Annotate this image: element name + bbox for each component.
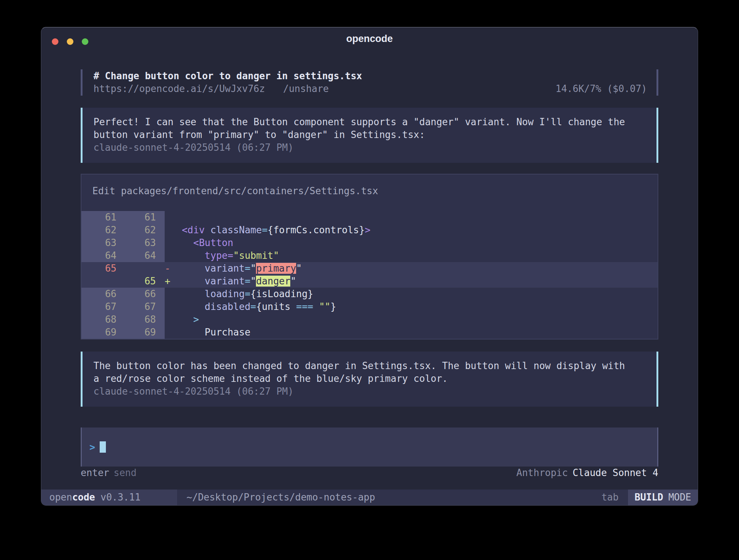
diff-code-line [165, 211, 658, 224]
edit-tool-card: Edit packages/frontend/src/containers/Se… [81, 174, 658, 340]
unshare-command[interactable]: /unshare [283, 83, 329, 94]
diff-code-line: + variant="danger" [165, 275, 658, 288]
old-line-number: 63 [81, 237, 122, 249]
new-line-number: 62 [122, 224, 165, 237]
edit-tool-title: Edit packages/frontend/src/containers/Se… [81, 174, 658, 197]
diff-code-line: disabled={units === ""} [165, 300, 658, 313]
old-line-number: 62 [81, 224, 122, 237]
window-titlebar: opencode [41, 27, 698, 50]
app-name-code: code [72, 492, 95, 503]
diff-code-line: > [165, 313, 658, 326]
assistant-message-1-text: Perfect! I can see that the Button compo… [93, 116, 647, 141]
app-version: v0.3.11 [100, 492, 141, 503]
diff-row: 6363 <Button [81, 237, 658, 249]
share-url-link[interactable]: https://opencode.ai/s/UwJxv76z [93, 83, 265, 94]
old-line-number: 64 [81, 249, 122, 262]
new-line-number: 67 [122, 300, 165, 313]
enter-key-label: enter [81, 467, 109, 478]
share-url-row: https://opencode.ai/s/UwJxv76z /unshare [93, 83, 329, 95]
assistant-message-2-model-meta: claude-sonnet-4-20250514 (06:27 PM) [93, 385, 647, 398]
diff-code-line: Purchase [165, 326, 658, 339]
new-line-number: 65 [122, 275, 165, 288]
working-directory: ~/Desktop/Projects/demo-notes-app [187, 490, 375, 505]
new-line-number: 63 [122, 237, 165, 249]
assistant-message-2: The button color has been changed to dan… [81, 352, 658, 407]
old-line-number: 68 [81, 313, 122, 326]
status-bar: opencodev0.3.11 ~/Desktop/Projects/demo-… [41, 490, 698, 505]
text-cursor [100, 441, 106, 453]
opencode-window: opencode # Change button color to danger… [41, 27, 698, 506]
old-line-number: 65 [81, 262, 122, 275]
new-line-number: 66 [122, 288, 165, 300]
assistant-message-1-model-meta: claude-sonnet-4-20250514 (06:27 PM) [93, 141, 647, 154]
diff-code-line: loading={isLoading} [165, 288, 658, 300]
token-usage: 14.6K/7% ($0.07) [556, 83, 647, 95]
provider-label: Anthropic [516, 467, 568, 478]
prompt-chevron: > [89, 442, 95, 453]
diff-row: 6969 Purchase [81, 326, 658, 339]
diff-row: 6262 <div className={formCs.controls}> [81, 224, 658, 237]
traffic-lights [52, 38, 97, 45]
diff-view: 61616262 <div className={formCs.controls… [81, 211, 658, 339]
old-line-number: 69 [81, 326, 122, 339]
app-version-badge: opencodev0.3.11 [41, 490, 177, 505]
diff-row: 6868 > [81, 313, 658, 326]
model-name-label: Claude Sonnet 4 [573, 467, 658, 478]
maximize-window-button[interactable] [82, 38, 88, 45]
tab-key-hint: tab [601, 490, 619, 505]
mode-build-label: BUILD [635, 492, 663, 503]
session-content: # Change button color to danger in setti… [41, 69, 698, 479]
app-name-open: open [49, 492, 72, 503]
minimize-window-button[interactable] [67, 38, 73, 45]
diff-row: 6666 loading={isLoading} [81, 288, 658, 300]
old-line-number: 66 [81, 288, 122, 300]
enter-hint: entersend [81, 467, 137, 479]
diff-row: 6464 type="submit" [81, 249, 658, 262]
old-line-number [81, 275, 122, 288]
diff-row: 65+ variant="danger" [81, 275, 658, 288]
diff-row: 65- variant="primary" [81, 262, 658, 275]
diff-code-line: type="submit" [165, 249, 658, 262]
prompt-input[interactable]: > [81, 427, 658, 467]
input-hints-row: entersend AnthropicClaude Sonnet 4 [81, 467, 658, 479]
diff-code-line: - variant="primary" [165, 262, 658, 275]
diff-row: 6767 disabled={units === ""} [81, 300, 658, 313]
diff-code-line: <div className={formCs.controls}> [165, 224, 658, 237]
status-bar-left: opencodev0.3.11 ~/Desktop/Projects/demo-… [41, 490, 375, 505]
session-subheader: https://opencode.ai/s/UwJxv76z /unshare … [93, 83, 647, 95]
close-window-button[interactable] [52, 38, 58, 45]
send-action-label: send [114, 467, 137, 478]
old-line-number: 67 [81, 300, 122, 313]
new-line-number: 69 [122, 326, 165, 339]
new-line-number: 61 [122, 211, 165, 224]
assistant-message-2-text: The button color has been changed to dan… [93, 360, 647, 385]
mode-toggle-badge[interactable]: BUILDMODE [628, 490, 698, 505]
old-line-number: 61 [81, 211, 122, 224]
session-title: # Change button color to danger in setti… [93, 70, 647, 83]
mode-mode-label: MODE [668, 492, 691, 503]
diff-code-line: <Button [165, 237, 658, 249]
new-line-number [122, 262, 165, 275]
desktop-background: opencode # Change button color to danger… [0, 0, 739, 560]
window-title: opencode [41, 27, 698, 45]
new-line-number: 68 [122, 313, 165, 326]
status-bar-right: tab BUILDMODE [601, 490, 698, 505]
assistant-message-1: Perfect! I can see that the Button compo… [81, 108, 658, 163]
model-indicator: AnthropicClaude Sonnet 4 [516, 467, 658, 479]
new-line-number: 64 [122, 249, 165, 262]
diff-row: 6161 [81, 211, 658, 224]
session-header: # Change button color to danger in setti… [81, 69, 658, 96]
